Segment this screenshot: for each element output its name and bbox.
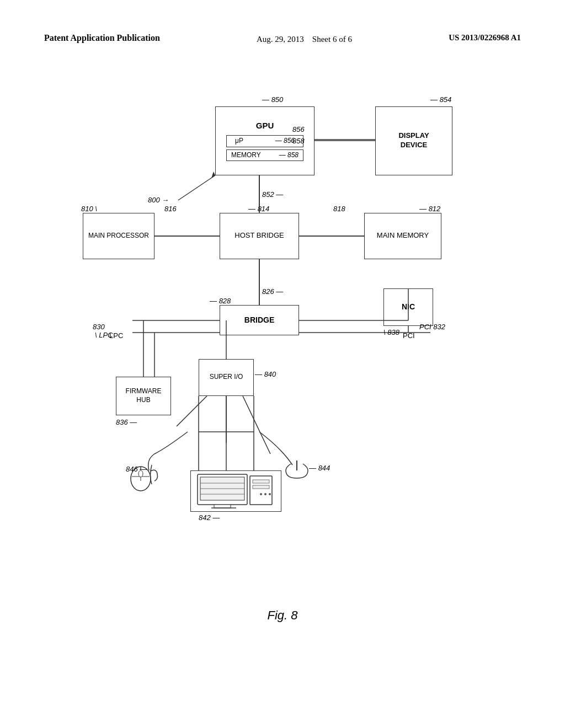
- svg-marker-18: [211, 172, 215, 178]
- lpc-label: LPC: [109, 331, 123, 340]
- display-label: DISPLAY DEVICE: [398, 131, 429, 150]
- svg-point-29: [269, 493, 271, 495]
- main-processor-box: MAIN PROCESSOR: [83, 213, 154, 259]
- fig-caption-text: Fig. 8: [267, 608, 297, 622]
- svg-rect-26: [253, 485, 269, 489]
- page: Patent Application Publication Aug. 29, …: [0, 0, 565, 728]
- gpu-label: GPU: [226, 120, 303, 131]
- firmware-hub-label: FIRMWARE HUB: [126, 387, 162, 404]
- host-bridge-box: HOST BRIDGE: [220, 213, 299, 259]
- ref-800: 800 →: [148, 196, 169, 204]
- svg-point-27: [260, 493, 262, 495]
- power-device: [281, 454, 312, 484]
- main-memory-label: MAIN MEMORY: [377, 231, 429, 240]
- ref-836: 836 —: [116, 418, 137, 426]
- nic-box: NIC: [383, 288, 433, 326]
- keyboard-device-box: [190, 470, 281, 512]
- memory-label: MEMORY: [231, 151, 261, 160]
- ref-810: 810 \: [81, 205, 97, 213]
- nic-label: NIC: [402, 302, 415, 312]
- bridge-box: BRIDGE: [220, 305, 299, 335]
- diagram-container: GPU μP — 856 MEMORY — 858 DISPLAY DEVICE…: [44, 68, 521, 592]
- up-label: μP: [235, 137, 243, 146]
- pci-label: PCI: [403, 331, 415, 340]
- ref-844: — 844: [309, 464, 330, 472]
- ref-858: 858: [292, 137, 305, 145]
- ref-846: 846 —: [126, 465, 147, 473]
- ref-832: PCI 832: [419, 323, 445, 331]
- header-center: Aug. 29, 2013 Sheet 6 of 6: [257, 33, 352, 46]
- display-device-box: DISPLAY DEVICE: [375, 106, 452, 175]
- svg-rect-25: [253, 480, 269, 483]
- svg-point-28: [264, 493, 266, 495]
- header-left: Patent Application Publication: [44, 33, 160, 43]
- svg-line-17: [178, 175, 215, 200]
- svg-line-48: [177, 396, 207, 426]
- ref-812: — 812: [419, 205, 440, 213]
- power-icon: [283, 455, 311, 483]
- ref-850: — 850: [262, 95, 283, 104]
- figure-caption: Fig. 8: [44, 608, 521, 623]
- ref-854: — 854: [430, 95, 451, 104]
- main-memory-box: MAIN MEMORY: [364, 213, 441, 259]
- host-bridge-label: HOST BRIDGE: [234, 231, 284, 240]
- ref-856: 856: [292, 125, 305, 133]
- ref-816: 816: [164, 205, 177, 213]
- ref-814: — 814: [248, 205, 269, 213]
- svg-rect-30: [214, 505, 231, 508]
- header: Patent Application Publication Aug. 29, …: [44, 33, 521, 46]
- ref-842: 842 —: [199, 513, 220, 522]
- header-sheet: Sheet 6 of 6: [312, 35, 352, 44]
- ref-818: 818: [333, 205, 345, 213]
- computer-icon: [195, 473, 278, 509]
- ref-838: \ 838: [383, 328, 399, 336]
- firmware-hub-box: FIRMWARE HUB: [116, 377, 171, 415]
- header-right: US 2013/0226968 A1: [449, 33, 521, 42]
- header-date: Aug. 29, 2013: [257, 35, 304, 44]
- ref-826: 826 —: [262, 287, 283, 296]
- super-io-label: SUPER I/O: [210, 373, 243, 382]
- svg-line-50: [243, 396, 270, 454]
- bridge-label: BRIDGE: [244, 315, 274, 325]
- ref-828: — 828: [210, 297, 231, 305]
- ref-840: — 840: [255, 370, 276, 378]
- ref-852: 852 —: [262, 190, 283, 199]
- super-io-box: SUPER I/O: [199, 359, 254, 396]
- main-processor-label: MAIN PROCESSOR: [88, 232, 149, 240]
